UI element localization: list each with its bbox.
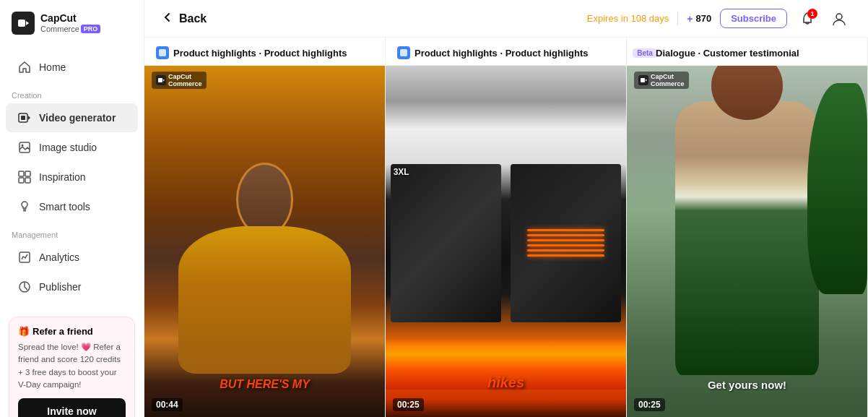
inspiration-icon <box>17 170 32 184</box>
credits-badge: + 870 <box>687 13 711 25</box>
back-button[interactable]: Back <box>162 12 207 26</box>
heat-line-1 <box>527 229 604 231</box>
video-3-overlay-text: Get yours now! <box>627 379 867 391</box>
sidebar-item-home[interactable]: Home <box>6 53 138 82</box>
svg-rect-0 <box>18 20 25 27</box>
analytics-label: Analytics <box>39 252 79 263</box>
plant <box>807 83 867 294</box>
home-icon <box>17 60 32 74</box>
video-1-duration: 00:44 <box>152 398 183 411</box>
video-1-thumbnail[interactable]: CapCutCommerce BUT HERE'S MY 00:44 <box>144 66 386 417</box>
person-3-head <box>711 66 784 120</box>
jacket-1 <box>178 226 352 374</box>
publisher-icon <box>17 280 32 294</box>
capcut-wm-icon-3 <box>638 75 648 85</box>
video-2-tag: Product highlights · Product highlights <box>415 48 588 59</box>
person-area-1 <box>168 163 360 374</box>
capcut-wm-text-1: CapCutCommerce <box>168 73 202 87</box>
creation-section-label: Creation <box>0 82 144 103</box>
sidebar-item-analytics[interactable]: Analytics <box>6 243 138 272</box>
logo-area: CapCut CommercePRO <box>0 0 144 46</box>
refer-card: 🎁 Refer a friend Spread the love! 💗 Refe… <box>9 317 135 417</box>
refer-description: Spread the love! 💗 Refer a friend and sc… <box>18 341 126 391</box>
sidebar-bottom: 🎁 Refer a friend Spread the love! 💗 Refe… <box>0 308 144 417</box>
video-3-duration: 00:25 <box>634 398 665 411</box>
management-section-label: Management <box>0 222 144 242</box>
back-label: Back <box>179 12 207 25</box>
svg-marker-1 <box>26 21 29 25</box>
sidebar-item-video-generator[interactable]: Video generator <box>6 103 138 132</box>
capcut-watermark-3: CapCutCommerce <box>634 72 689 89</box>
invite-now-button[interactable]: Invite now <box>18 398 126 417</box>
video-column-1: Product highlights · Product highlights … <box>144 38 386 417</box>
video-column-3: Beta Dialogue · Customer testimonial Cap… <box>627 38 868 417</box>
smart-tools-label: Smart tools <box>39 201 90 212</box>
person-3 <box>675 101 820 375</box>
svg-rect-11 <box>23 209 26 210</box>
svg-rect-17 <box>158 78 162 82</box>
svg-point-15 <box>836 14 842 20</box>
heat-line-4 <box>527 244 604 246</box>
publisher-label: Publisher <box>39 281 81 293</box>
beta-tag: Beta <box>633 48 657 58</box>
jacket-left: 3XL <box>391 164 501 322</box>
refer-title: 🎁 Refer a friend <box>18 326 126 337</box>
inspiration-label: Inspiration <box>39 171 86 183</box>
svg-rect-16 <box>159 49 166 56</box>
video-3-tag-icon: Beta <box>638 46 651 59</box>
smart-tools-icon <box>17 199 32 214</box>
heat-line-3 <box>527 239 604 241</box>
video-1-tag: Product highlights · Product highlights <box>173 48 347 59</box>
logo-icon <box>12 12 35 35</box>
video-3-tag: Dialogue · Customer testimonial <box>656 48 799 59</box>
notification-button[interactable]: 1 <box>796 7 819 30</box>
video-2-duration: 00:25 <box>393 398 424 411</box>
svg-rect-19 <box>400 49 407 56</box>
video-2-tag-icon <box>397 46 410 59</box>
credits-plus-icon: + <box>687 13 693 25</box>
analytics-icon <box>17 250 32 265</box>
capcut-wm-text-3: CapCutCommerce <box>651 73 685 87</box>
size-label: 3XL <box>394 167 409 177</box>
video-3-header: Beta Dialogue · Customer testimonial <box>627 38 868 66</box>
user-menu-button[interactable] <box>828 7 851 30</box>
back-chevron-icon <box>162 12 173 26</box>
video-2-thumbnail[interactable]: CapCutCommerce 3XL <box>386 66 627 417</box>
svg-rect-8 <box>25 171 30 176</box>
svg-marker-23 <box>646 79 647 82</box>
jacket-right <box>511 164 621 322</box>
svg-rect-10 <box>25 178 30 183</box>
video-column-2: Product highlights · Product highlights … <box>386 38 627 417</box>
refer-emoji: 🎁 <box>18 326 30 337</box>
main-content: Back Expires in 108 days + 870 Subscribe… <box>144 0 868 417</box>
video-generator-label: Video generator <box>39 112 116 124</box>
sidebar-item-inspiration[interactable]: Inspiration <box>6 163 138 192</box>
heat-line-2 <box>527 234 604 236</box>
topbar-divider <box>677 12 678 25</box>
home-label: Home <box>39 61 66 73</box>
image-studio-icon <box>17 140 32 155</box>
video-2-header: Product highlights · Product highlights <box>386 38 627 66</box>
video-2-bg: 3XL <box>386 66 626 417</box>
topbar-right: Expires in 108 days + 870 Subscribe 1 <box>587 7 851 30</box>
svg-marker-3 <box>28 116 30 120</box>
video-3-thumbnail[interactable]: CapCutCommerce Get yours now! 00:25 <box>627 66 868 417</box>
video-1-header: Product highlights · Product highlights <box>144 38 386 66</box>
video-1-bg <box>144 66 385 417</box>
svg-rect-7 <box>19 171 24 176</box>
sidebar-item-publisher[interactable]: Publisher <box>6 272 138 301</box>
video-3-bg <box>627 66 867 417</box>
video-1-overlay-text: BUT HERE'S MY <box>144 378 385 391</box>
subscribe-button[interactable]: Subscribe <box>720 9 787 28</box>
svg-rect-4 <box>21 116 25 120</box>
logo-pro-badge: PRO <box>81 25 101 33</box>
credits-value: 870 <box>695 13 711 24</box>
sidebar-item-image-studio[interactable]: Image studio <box>6 133 138 162</box>
logo-capcut: CapCut <box>40 13 100 24</box>
jacket-display: 3XL <box>391 164 622 322</box>
svg-rect-22 <box>641 78 645 82</box>
svg-marker-18 <box>163 79 165 82</box>
sidebar: CapCut CommercePRO Home Creation Video g… <box>0 0 144 417</box>
svg-rect-12 <box>23 210 26 212</box>
sidebar-item-smart-tools[interactable]: Smart tools <box>6 192 138 221</box>
